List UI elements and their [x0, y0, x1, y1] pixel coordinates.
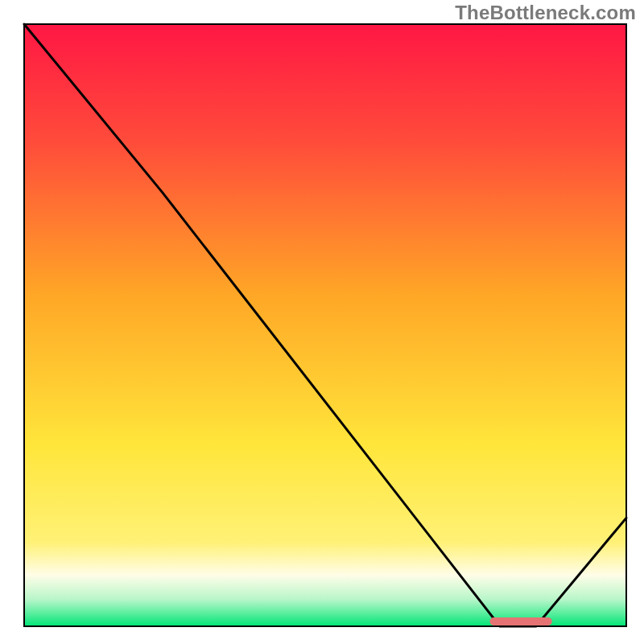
bottleneck-chart [0, 0, 644, 644]
plot-background [24, 24, 626, 626]
